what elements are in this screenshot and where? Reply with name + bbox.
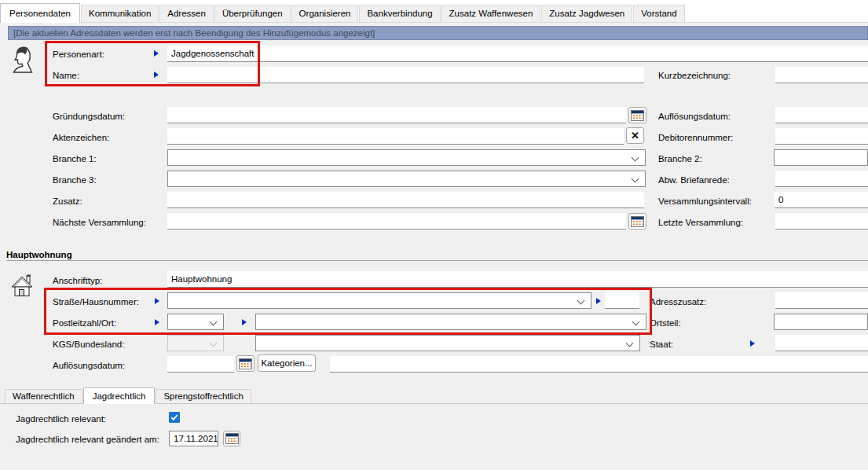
jagdrechtlich-geaendert-field[interactable]: 17.11.2021 bbox=[169, 431, 218, 446]
branche1-label: Branche 1: bbox=[53, 154, 97, 164]
kurzbezeichnung-label: Kurzbezeichnung: bbox=[658, 71, 731, 81]
jagdrechtlich-relevant-checkbox[interactable] bbox=[169, 412, 180, 423]
aktenzeichen-label: Aktenzeichen: bbox=[53, 133, 109, 143]
adresse-aufloesungsdatum-label: Auflösungsdatum: bbox=[53, 361, 125, 371]
strasse-label: Straße/Hausnummer: bbox=[53, 297, 139, 307]
gruendungsdatum-calendar-button[interactable] bbox=[628, 107, 646, 123]
naechste-versammlung-calendar-button[interactable] bbox=[628, 213, 646, 229]
bundesland-dropdown[interactable] bbox=[255, 335, 640, 351]
kategorien-field[interactable] bbox=[330, 356, 868, 373]
person-icon bbox=[10, 45, 35, 76]
name-label: Name: bbox=[53, 71, 79, 81]
chevron-down-icon bbox=[210, 340, 218, 347]
kgs-bundesland-label: KGS/Bundesland: bbox=[53, 340, 124, 350]
anschrifttyp-label: Anschrifttyp: bbox=[53, 276, 102, 286]
name-field[interactable] bbox=[167, 67, 644, 83]
branche3-dropdown[interactable] bbox=[167, 171, 646, 187]
tab-kommunikation[interactable]: Kommunikation bbox=[81, 5, 159, 22]
ortsteil-label: Ortsteil: bbox=[650, 318, 681, 329]
ort-dropdown[interactable] bbox=[255, 314, 646, 330]
required-marker-icon bbox=[155, 319, 159, 325]
letzte-versammlung-label: Letzte Versammlung: bbox=[658, 218, 743, 228]
info-banner: [Die aktuellen Adressdaten werden erst n… bbox=[8, 26, 868, 40]
required-marker-icon bbox=[154, 50, 159, 57]
calendar-icon bbox=[631, 215, 644, 228]
chevron-down-icon bbox=[626, 340, 634, 347]
aufloesungsdatum-field[interactable] bbox=[775, 107, 868, 123]
adresszusatz-field[interactable] bbox=[775, 292, 868, 309]
kurzbezeichnung-field[interactable] bbox=[775, 67, 868, 83]
adresse-aufloesungsdatum-calendar-button[interactable] bbox=[236, 355, 255, 372]
tab-bankverbindung[interactable]: Bankverbindung bbox=[359, 5, 440, 22]
personenart-field[interactable]: Jagdgenossenschaft bbox=[167, 46, 868, 62]
tab-sprengstoffrechtlich[interactable]: Sprengstoffrechtlich bbox=[156, 389, 251, 403]
adresse-aufloesungsdatum-field[interactable] bbox=[167, 356, 234, 373]
jagdrechtlich-geaendert-calendar-button[interactable] bbox=[223, 431, 240, 446]
plz-ort-label: Postleitzahl/Ort: bbox=[53, 318, 116, 329]
hauptwohnung-section-title: Hauptwohnung bbox=[6, 250, 72, 260]
top-tab-bar: Personendaten Kommunikation Adressen Übe… bbox=[0, 0, 868, 23]
chevron-down-icon bbox=[577, 297, 585, 305]
zusatz-field[interactable] bbox=[167, 192, 644, 208]
strasse-dropdown[interactable] bbox=[167, 292, 591, 309]
section-divider bbox=[6, 260, 868, 261]
calendar-icon bbox=[225, 432, 239, 445]
letzte-versammlung-field[interactable] bbox=[775, 213, 868, 229]
chevron-down-icon bbox=[210, 318, 218, 326]
tab-vorstand[interactable]: Vorstand bbox=[633, 5, 684, 22]
branche1-dropdown[interactable] bbox=[167, 149, 646, 166]
clear-icon: ✕ bbox=[631, 130, 639, 141]
house-icon bbox=[9, 274, 35, 299]
anschrifttyp-field[interactable]: Hauptwohnung bbox=[167, 271, 868, 288]
branche3-label: Branche 3: bbox=[53, 175, 97, 185]
tab-zusatz-jagdwesen[interactable]: Zusatz Jagdwesen bbox=[541, 5, 632, 22]
staat-detail-arrow-icon[interactable] bbox=[750, 340, 755, 347]
personenart-label: Personenart: bbox=[53, 50, 104, 60]
kategorien-button[interactable]: Kategorien... bbox=[258, 354, 316, 372]
zusatz-label: Zusatz: bbox=[53, 196, 82, 207]
aktenzeichen-clear-button[interactable]: ✕ bbox=[626, 127, 644, 144]
branche2-label: Branche 2: bbox=[658, 154, 702, 164]
ortsteil-field[interactable] bbox=[774, 314, 868, 330]
tab-organisieren[interactable]: Organisieren bbox=[291, 5, 359, 22]
chevron-down-icon bbox=[632, 318, 640, 326]
staat-label: Staat: bbox=[650, 340, 673, 350]
required-marker-icon bbox=[155, 298, 159, 304]
aufloesungsdatum-label: Auflösungsdatum: bbox=[658, 112, 731, 122]
tab-jagdrechtlich[interactable]: Jagdrechtlich bbox=[83, 387, 156, 404]
calendar-icon bbox=[239, 358, 252, 370]
abw-briefanrede-label: Abw. Briefanrede: bbox=[658, 175, 730, 185]
tab-adressen[interactable]: Adressen bbox=[159, 5, 214, 22]
hausnummer-field[interactable] bbox=[605, 292, 639, 309]
abw-briefanrede-field[interactable] bbox=[775, 171, 868, 187]
versammlungsintervall-field[interactable]: 0 bbox=[775, 192, 868, 208]
naechste-versammlung-label: Nächste Versammlung: bbox=[53, 218, 146, 228]
tab-waffenrechtlich[interactable]: Waffenrechtlich bbox=[5, 389, 82, 403]
tab-personendaten[interactable]: Personendaten bbox=[0, 3, 80, 23]
jagdrechtlich-geaendert-label: Jagdrechtlich relevant geändert am: bbox=[16, 435, 159, 445]
strasse-detail-arrow-icon[interactable] bbox=[596, 298, 601, 304]
personendaten-form: Personendaten Kommunikation Adressen Übe… bbox=[0, 0, 868, 470]
chevron-down-icon bbox=[632, 154, 639, 162]
bottom-tab-bar: Waffenrechtlich Jagdrechtlich Sprengstof… bbox=[0, 388, 868, 404]
plz-detail-arrow-icon[interactable] bbox=[242, 319, 247, 325]
kgs-dropdown bbox=[167, 335, 224, 351]
gruendungsdatum-field[interactable] bbox=[167, 107, 626, 123]
branche2-field[interactable] bbox=[774, 149, 868, 166]
check-icon bbox=[170, 413, 179, 422]
plz-dropdown[interactable] bbox=[167, 314, 224, 330]
tab-ueberpruefungen[interactable]: Überprüfungen bbox=[214, 5, 291, 22]
versammlungsintervall-label: Versammlungsintervall: bbox=[658, 196, 752, 207]
required-marker-icon bbox=[154, 72, 159, 78]
naechste-versammlung-field[interactable] bbox=[167, 213, 626, 229]
debitorennummer-field[interactable] bbox=[775, 128, 868, 145]
adresszusatz-label: Adresszusatz: bbox=[650, 297, 706, 307]
debitorennummer-label: Debitorennummer: bbox=[658, 133, 733, 143]
jagdrechtlich-relevant-label: Jagdrechtlich relevant: bbox=[16, 414, 106, 424]
gruendungsdatum-label: Gründungsdatum: bbox=[53, 112, 125, 122]
staat-field[interactable] bbox=[775, 335, 868, 351]
tab-zusatz-waffenwesen[interactable]: Zusatz Waffenwesen bbox=[441, 5, 541, 22]
calendar-icon bbox=[631, 109, 644, 122]
aktenzeichen-field[interactable] bbox=[167, 128, 624, 145]
chevron-down-icon bbox=[632, 175, 639, 183]
